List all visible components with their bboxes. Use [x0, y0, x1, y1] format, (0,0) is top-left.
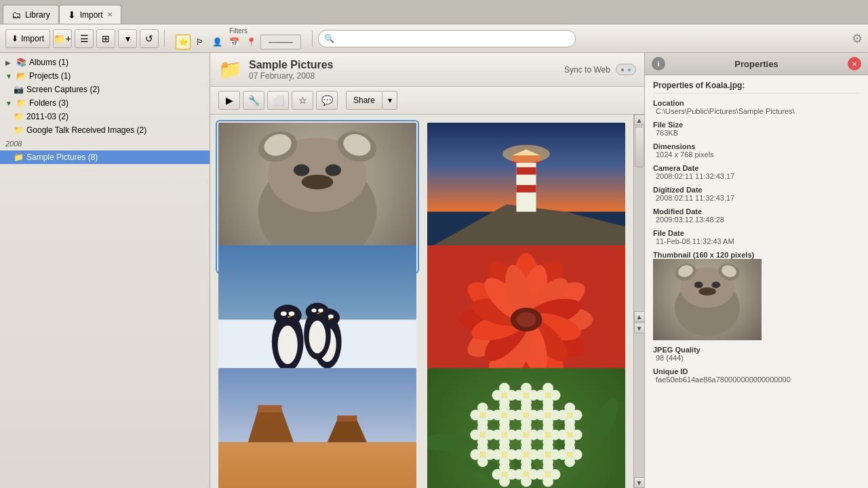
action-bar: ▶ 🔧 ⬜ ☆ 💬 Share ▾ [210, 87, 644, 115]
content-area: 📁 Sample Pictures 07 February, 2008 Sync… [210, 53, 644, 488]
sync-toggle[interactable]: ● ● [616, 64, 636, 75]
sidebar-item-google-talk[interactable]: 📁 Google Talk Received Images (2) [0, 123, 210, 137]
folder-googletalk-label: Google Talk Received Images (2) [26, 125, 146, 135]
prop-location: Location C:\Users\Public\Pictures\Sample… [653, 99, 860, 115]
grid-view-btn[interactable]: ⊞ [96, 29, 115, 48]
share-dropdown-icon: ▾ [388, 96, 392, 105]
prop-file-date-value: 11-Feb-08 11:32:43 AM [653, 237, 860, 245]
props-close-btn[interactable]: ✕ [848, 57, 861, 70]
sidebar-item-sample-pictures[interactable]: 📁 Sample Pictures (8) [0, 150, 210, 164]
import-btn-label: Import [21, 34, 44, 43]
projects-icon: 📂 [16, 71, 26, 81]
props-title: Properties [734, 59, 778, 69]
album-title: Sample Pictures [249, 59, 334, 71]
scrollbar-section-down[interactable]: ▼ [634, 323, 645, 333]
add-folder-icon: 📁+ [54, 33, 71, 44]
album-date: 07 February, 2008 [249, 71, 334, 81]
sidebar-item-folders[interactable]: ▼ 📁 Folders (3) [0, 96, 210, 110]
share-label: Share [353, 96, 375, 105]
filter-icons: ⭐ 🏳 👤 📅 📍 ───── [176, 35, 301, 49]
star-btn[interactable]: ☆ [292, 91, 313, 110]
prop-unique-id: Unique ID fae50eb614ae86a780000000000000… [653, 367, 860, 384]
hydrangea-canvas [427, 368, 625, 488]
screen-captures-icon: 📷 [14, 85, 24, 94]
library-icon: 🗂 [12, 9, 21, 20]
toolbar-separator-1 [164, 30, 165, 47]
props-content: Properties of Koala.jpg: Location C:\Use… [645, 75, 868, 488]
prop-digitized-date-value: 2008:02:11 11:32:43.17 [653, 194, 860, 202]
folder-sample-label: Sample Pictures (8) [26, 152, 98, 162]
sync-section: Sync to Web ● ● [564, 64, 636, 75]
photo-hydrangea[interactable] [427, 368, 625, 488]
search-input[interactable] [337, 34, 570, 43]
props-info-btn[interactable]: i [652, 57, 665, 70]
quick-fix-btn[interactable]: 🔧 [243, 91, 264, 110]
import-tab-icon: ⬇ [68, 9, 76, 20]
sync-label: Sync to Web [564, 65, 610, 75]
view-options-icon: ▾ [125, 33, 130, 44]
sidebar-item-2011-03[interactable]: 📁 2011-03 (2) [0, 110, 210, 123]
thumbnail-canvas [653, 259, 762, 340]
share-group: Share ▾ [346, 91, 397, 110]
rotate-btn[interactable]: ↺ [140, 29, 159, 48]
prop-unique-id-label: Unique ID [653, 367, 860, 375]
filters-section: Filters ⭐ 🏳 👤 📅 📍 ───── [176, 27, 301, 49]
sidebar-item-projects[interactable]: ▼ 📂 Projects (1) [0, 69, 210, 83]
properties-panel: i Properties ✕ Properties of Koala.jpg: … [644, 53, 868, 488]
sync-off-icon: ● [620, 66, 625, 73]
year-2008: 2008 [0, 137, 210, 150]
view-options-btn[interactable]: ▾ [118, 29, 137, 48]
prop-location-value: C:\Users\Public\Pictures\Sample Pictures… [653, 107, 860, 115]
sidebar-item-albums[interactable]: ▶ 📚 Albums (1) [0, 56, 210, 69]
content-scrollbar: ▲ ▲ ▼ ▼ [633, 115, 644, 488]
import-btn[interactable]: ⬇ Import [5, 29, 50, 48]
props-header: i Properties ✕ [645, 53, 868, 75]
scrollbar-section-up[interactable]: ▲ [634, 311, 645, 322]
filter-calendar-btn[interactable]: 📅 [226, 35, 241, 49]
list-view-btn[interactable]: ☰ [75, 29, 94, 48]
prop-camera-date: Camera Date 2008:02:11 11:32:43.17 [653, 164, 860, 180]
folder-googletalk-icon: 📁 [14, 125, 24, 135]
scrollbar-up[interactable]: ▲ [634, 115, 645, 125]
tab-library[interactable]: 🗂 Library [3, 5, 59, 24]
prop-unique-id-value: fae50eb614ae86a780000000000000000 [653, 375, 860, 384]
prop-modified-date: Modified Date 2009:03:12 13:48:28 [653, 207, 860, 224]
photo-grid [218, 123, 625, 480]
filter-people-btn[interactable]: 👤 [210, 35, 224, 49]
sidebar-item-screen-captures[interactable]: 📷 Screen Captures (2) [0, 83, 210, 96]
sync-on-icon: ● [627, 66, 631, 73]
tab-import[interactable]: ⬇ Import ✕ [59, 5, 121, 24]
toolbar: ⬇ Import 📁+ ☰ ⊞ ▾ ↺ Filters ⭐ 🏳 👤 📅 📍 ──… [0, 24, 868, 53]
scrollbar-thumb[interactable] [635, 127, 644, 167]
add-folder-btn[interactable]: 📁+ [53, 29, 72, 48]
photo-desert[interactable] [218, 368, 416, 488]
play-slideshow-btn[interactable]: ▶ [218, 91, 240, 110]
play-icon: ▶ [226, 95, 233, 106]
folder-2011-label: 2011-03 (2) [26, 112, 68, 121]
tab-import-close[interactable]: ✕ [107, 11, 113, 18]
albums-label: Albums (1) [29, 58, 68, 67]
filter-slider-btn[interactable]: ───── [260, 35, 301, 49]
grid-view-icon: ⊞ [102, 33, 110, 44]
filter-location-btn[interactable]: 📍 [243, 35, 258, 49]
filter-star-btn[interactable]: ⭐ [176, 35, 191, 49]
prop-camera-date-label: Camera Date [653, 164, 860, 172]
folders-label: Folders (3) [29, 98, 68, 108]
prop-location-label: Location [653, 99, 860, 107]
share-btn[interactable]: Share [346, 91, 382, 110]
prop-filesize: File Size 763KB [653, 121, 860, 137]
crop-btn[interactable]: ⬜ [267, 91, 289, 110]
prop-jpeg-quality-label: JPEG Quality [653, 346, 860, 354]
share-dropdown-btn[interactable]: ▾ [382, 91, 397, 110]
crop-icon: ⬜ [273, 95, 284, 106]
caption-btn[interactable]: 💬 [316, 91, 338, 110]
scrollbar-down[interactable]: ▼ [634, 477, 645, 488]
prop-jpeg-quality: JPEG Quality 98 (444) [653, 346, 860, 362]
prop-thumbnail-label: Thumbnail (160 x 120 pixels) [653, 251, 860, 259]
prop-filesize-label: File Size [653, 121, 860, 129]
photo-grid-container [210, 115, 633, 488]
sidebar: ▶ 📚 Albums (1) ▼ 📂 Projects (1) 📷 Screen… [0, 53, 210, 488]
rotate-icon: ↺ [145, 33, 153, 44]
filter-flag-btn[interactable]: 🏳 [193, 35, 208, 49]
prop-modified-date-label: Modified Date [653, 207, 860, 216]
